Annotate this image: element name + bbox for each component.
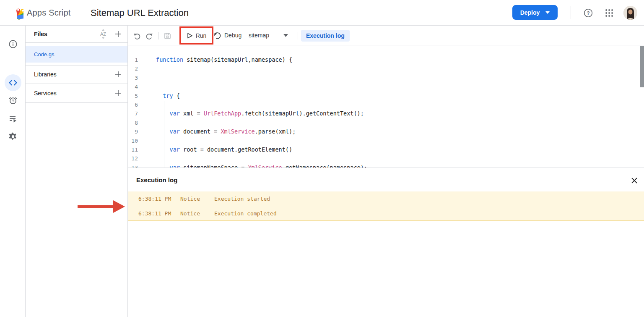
line-number[interactable]: 9 <box>128 127 138 136</box>
undo-icon <box>133 32 141 40</box>
close-execution-log-button[interactable] <box>630 176 639 185</box>
function-selector[interactable]: sitemap <box>249 29 288 42</box>
rail-item-settings[interactable] <box>0 128 26 145</box>
run-button[interactable]: Run <box>187 32 207 39</box>
code-line[interactable]: function sitemap(sitemapUrl,namespace) { <box>156 55 636 64</box>
save-button[interactable] <box>163 31 171 40</box>
log-message: Execution completed <box>214 210 277 217</box>
plus-icon <box>114 71 122 78</box>
sort-files-button[interactable]: AZ <box>97 28 109 40</box>
line-number[interactable]: 10 <box>128 136 138 145</box>
execution-log-toggle-label: Execution log <box>306 32 345 39</box>
help-icon: ? <box>583 8 593 18</box>
help-button[interactable]: ? <box>582 0 595 26</box>
avatar-photo-icon <box>623 6 637 20</box>
product-name: Apps Script <box>27 0 70 26</box>
code-line[interactable] <box>156 82 636 91</box>
close-icon <box>631 177 638 184</box>
line-number[interactable]: 3 <box>128 73 138 82</box>
debug-icon <box>213 31 221 39</box>
code-line[interactable]: var xml = UrlFetchApp.fetch(sitemapUrl).… <box>156 109 636 118</box>
line-number-gutter[interactable]: 12345678910111213 <box>128 55 138 168</box>
code-content[interactable]: function sitemap(sitemapUrl,namespace) {… <box>156 55 636 168</box>
line-number[interactable]: 2 <box>128 64 138 73</box>
execution-log-panel: Execution log 6:38:11 PMNoticeExecution … <box>128 168 644 317</box>
project-title[interactable]: Sitemap URL Extraction <box>91 0 189 26</box>
services-section: Services <box>26 84 127 103</box>
execution-log-toggle[interactable]: Execution log <box>301 30 350 42</box>
chevron-down-icon <box>283 34 288 37</box>
code-line[interactable] <box>156 118 636 127</box>
run-label: Run <box>196 32 207 39</box>
log-level: Notice <box>180 210 214 217</box>
save-icon <box>164 32 171 40</box>
execution-log-title: Execution log <box>136 176 177 183</box>
rail-item-editor[interactable] <box>0 74 26 91</box>
log-message: Execution started <box>214 196 270 202</box>
code-line[interactable]: var document = XmlService.parse(xml); <box>156 127 636 136</box>
alarm-clock-icon <box>8 96 18 105</box>
files-title: Files <box>34 31 47 37</box>
google-apps-button[interactable] <box>603 0 615 26</box>
services-label: Services <box>34 90 57 97</box>
undo-button[interactable] <box>133 31 141 40</box>
plus-icon <box>114 30 122 38</box>
line-number[interactable]: 11 <box>128 145 138 154</box>
add-file-button[interactable] <box>112 28 124 40</box>
file-item-codegs[interactable]: Code.gs <box>26 46 127 63</box>
files-panel: Files AZ Code.gs Libraries <box>26 26 128 317</box>
add-library-button[interactable] <box>112 68 124 80</box>
line-number[interactable]: 8 <box>128 118 138 127</box>
chevron-down-icon <box>545 11 550 14</box>
line-number[interactable]: 5 <box>128 92 138 100</box>
list-play-icon <box>8 114 18 123</box>
editor-scrollbar[interactable] <box>640 46 644 87</box>
redo-button[interactable] <box>145 31 153 40</box>
user-avatar[interactable] <box>623 6 637 20</box>
code-line[interactable] <box>156 100 636 109</box>
line-number[interactable]: 4 <box>128 82 138 91</box>
files-header: Files AZ <box>26 26 127 43</box>
rail-item-overview[interactable] <box>0 36 26 52</box>
header-divider <box>571 6 571 19</box>
left-navigation-rail <box>0 26 26 317</box>
svg-text:?: ? <box>587 10 589 16</box>
code-icon <box>8 78 18 87</box>
code-line[interactable]: var root = document.getRootElement() <box>156 145 636 154</box>
toolbar-divider <box>298 32 298 39</box>
apps-script-editor: Apps Script Sitemap URL Extraction Deplo… <box>0 0 644 317</box>
code-line[interactable]: try { <box>156 92 636 100</box>
sort-az-icon <box>102 29 104 31</box>
apps-script-logo <box>8 5 23 20</box>
code-line[interactable] <box>156 154 636 163</box>
libraries-label: Libraries <box>34 71 57 78</box>
editor-toolbar: Run Debug sitemap Execution log <box>128 26 644 45</box>
code-line[interactable] <box>156 136 636 145</box>
file-name: Code.gs <box>34 51 54 58</box>
execution-log-header: Execution log <box>128 168 644 191</box>
line-number[interactable]: 6 <box>128 100 138 109</box>
libraries-section: Libraries <box>26 65 127 84</box>
log-level: Notice <box>180 196 214 202</box>
line-number[interactable]: 1 <box>128 55 138 64</box>
top-header: Apps Script Sitemap URL Extraction Deplo… <box>0 0 644 26</box>
deploy-label: Deploy <box>520 9 540 16</box>
apps-grid-icon <box>605 9 613 17</box>
toolbar-divider <box>158 32 159 39</box>
code-editor[interactable]: 12345678910111213 function sitemap(sitem… <box>128 45 644 168</box>
log-timestamp: 6:38:11 PM <box>138 210 180 217</box>
line-number[interactable]: 12 <box>128 154 138 163</box>
code-line[interactable] <box>156 73 636 82</box>
rail-item-triggers[interactable] <box>0 92 26 109</box>
info-icon <box>8 39 18 49</box>
gear-icon <box>8 132 18 141</box>
code-line[interactable] <box>156 64 636 73</box>
deploy-button[interactable]: Deploy <box>512 5 558 20</box>
debug-button[interactable]: Debug <box>213 29 242 42</box>
play-icon <box>187 32 193 39</box>
rail-item-executions[interactable] <box>0 110 26 127</box>
add-service-button[interactable] <box>112 87 124 99</box>
line-number[interactable]: 7 <box>128 109 138 118</box>
log-entries: 6:38:11 PMNoticeExecution started6:38:11… <box>128 191 644 221</box>
log-timestamp: 6:38:11 PM <box>138 196 180 202</box>
